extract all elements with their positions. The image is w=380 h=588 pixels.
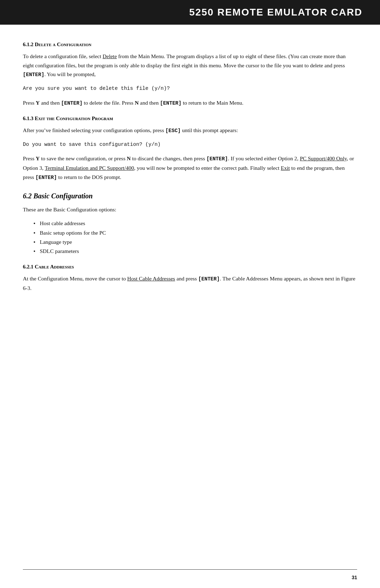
list-item: Basic setup options for the PC <box>33 228 357 237</box>
enter-key-3: [ENTER] <box>160 100 182 106</box>
esc-key: [ESC] <box>165 128 181 134</box>
section-6-2: 6.2 Basic Configuration These are the Ba… <box>23 192 357 256</box>
n-key-2: N <box>127 155 131 161</box>
header-bar: 5250 REMOTE EMULATOR CARD <box>0 0 380 25</box>
y-key-2: Y <box>36 155 40 161</box>
code-block-1: Are you sure you want to delete this fil… <box>23 85 357 93</box>
exit-link: Exit <box>281 165 290 171</box>
section-6-2-1-heading: 6.2.1 Cable Addresses <box>23 264 357 270</box>
section-6-1-3: 6.1.3 Exit the Configuration Program Aft… <box>23 116 357 182</box>
section-6-1-3-para2: Press Y to save the new configuration, o… <box>23 154 357 182</box>
enter-key-2: [ENTER] <box>61 100 83 106</box>
list-item: Host cable addresses <box>33 219 357 228</box>
y-key-1: Y <box>36 100 40 106</box>
section-6-2-intro: These are the Basic Configuration option… <box>23 205 357 214</box>
page-number: 31 <box>352 575 357 580</box>
section-6-2-1-heading-text: 6.2.1 Cable Addresses <box>23 264 74 270</box>
header-title: 5250 REMOTE EMULATOR CARD <box>189 7 362 18</box>
section-6-2-1: 6.2.1 Cable Addresses At the Configurati… <box>23 264 357 292</box>
bullet-list: Host cable addresses Basic setup options… <box>33 219 357 256</box>
enter-key-5: [ENTER] <box>36 175 57 180</box>
section-6-2-1-para1: At the Configuration Menu, move the curs… <box>23 274 357 292</box>
section-6-1-3-para1: After you’ve finished selecting your con… <box>23 126 357 135</box>
list-item: SDLC parameters <box>33 247 357 256</box>
list-item: Language type <box>33 237 357 247</box>
delete-link: Delete <box>103 53 117 59</box>
enter-key-6: [ENTER] <box>198 276 220 282</box>
code-block-2: Do you want to save this configuration? … <box>23 141 357 149</box>
option2-link: PC Support/400 Only <box>300 155 347 161</box>
section-6-1-2-heading-text: 6.1.2 Delete a Configuration <box>23 42 91 47</box>
option3-link: Terminal Emulation and PC Support/400 <box>45 165 134 171</box>
page: 5250 REMOTE EMULATOR CARD 6.1.2 Delete a… <box>0 0 380 588</box>
section-6-2-heading: 6.2 Basic Configuration <box>23 192 357 200</box>
section-6-1-3-heading: 6.1.3 Exit the Configuration Program <box>23 116 357 122</box>
section-6-1-3-heading-text: 6.1.3 Exit the Configuration Program <box>23 116 113 121</box>
section-6-1-2-para1: To delete a configuration file, select D… <box>23 52 357 79</box>
enter-key-4: [ENTER] <box>207 156 228 162</box>
code-text-2: Do you want to save this configuration? … <box>23 142 161 147</box>
content: 6.1.2 Delete a Configuration To delete a… <box>0 25 380 318</box>
code-text-1: Are you sure you want to delete this fil… <box>23 86 170 91</box>
section-6-1-2-para2: Press Y and then [ENTER] to delete the f… <box>23 98 357 108</box>
n-key-1: N <box>135 100 139 106</box>
footer-line <box>23 569 357 570</box>
host-cable-link: Host Cable Addresses <box>127 276 175 281</box>
section-6-1-2-heading: 6.1.2 Delete a Configuration <box>23 42 357 48</box>
enter-key-1: [ENTER] <box>23 72 44 78</box>
section-6-1-2: 6.1.2 Delete a Configuration To delete a… <box>23 42 357 108</box>
